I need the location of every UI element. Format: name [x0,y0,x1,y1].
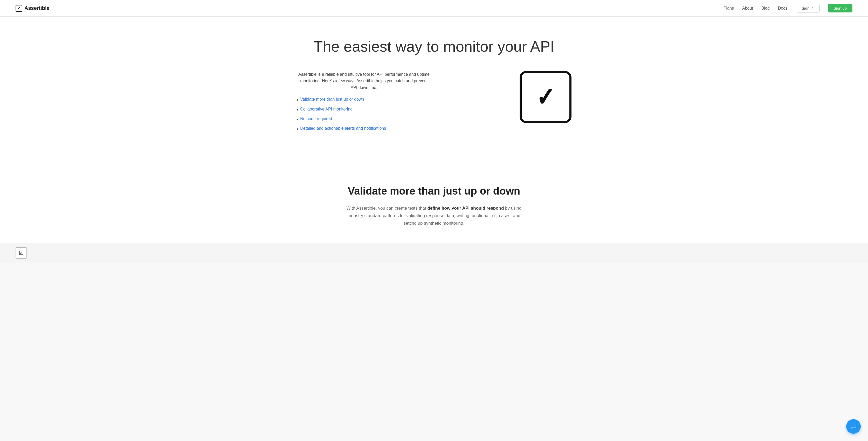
main-content: The easiest way to monitor your API Asse… [0,17,868,263]
desc-bold: define how your API should respond [427,206,504,211]
nav-link-blog[interactable]: Blog [762,6,770,11]
features-text: Assertible is a reliable and intuitive t… [297,71,431,136]
navbar: ✓ Assertible Plans About Blog Docs Sign … [0,0,868,17]
list-item: • Collaborative API monitoring [297,107,431,113]
list-item: • Validate more than just up or down [297,97,431,103]
features-row: Assertible is a reliable and intuitive t… [291,71,577,152]
list-item: • Detailed and actionable alerts and not… [297,126,431,132]
desc-prefix: With Assertible, you can create tests th… [347,206,428,211]
preview-thumb-icon: ☑ [16,247,27,259]
preview-strip: ☑ [0,243,868,263]
feature-link-alerts[interactable]: Detailed and actionable alerts and notif… [300,126,386,131]
brand-logo[interactable]: ✓ Assertible [16,5,50,12]
bullet-icon: • [297,107,298,113]
nav-link-about[interactable]: About [742,6,753,11]
nav-links: Plans About Blog Docs Sign in Sign up [723,4,852,12]
validate-section: Validate more than just up or down With … [291,167,577,243]
big-checkmark-icon: ✓ [536,84,555,110]
signin-button[interactable]: Sign in [796,4,819,12]
intro-paragraph: Assertible is a reliable and intuitive t… [297,71,431,91]
bullet-icon: • [297,126,298,132]
brand-checkbox-icon: ✓ [16,5,22,12]
logo-illustration: ✓ [520,71,571,123]
list-item: • No code required [297,117,431,123]
bullet-icon: • [297,117,298,123]
nav-link-docs[interactable]: Docs [778,6,787,11]
hero-title: The easiest way to monitor your API [16,37,852,56]
big-checkbox-icon: ✓ [520,71,571,123]
feature-link-no-code[interactable]: No code required [300,117,332,121]
bullet-icon: • [297,97,298,103]
feature-link-collaborative[interactable]: Collaborative API monitoring [300,107,352,112]
feature-link-validate[interactable]: Validate more than just up or down [300,97,364,102]
validate-section-title: Validate more than just up or down [307,185,561,197]
nav-link-plans[interactable]: Plans [723,6,734,11]
brand-name: Assertible [24,5,50,11]
signup-button[interactable]: Sign up [828,4,852,12]
hero-section: The easiest way to monitor your API Asse… [0,17,868,167]
validate-section-desc: With Assertible, you can create tests th… [343,205,525,227]
feature-list: • Validate more than just up or down • C… [297,97,431,132]
